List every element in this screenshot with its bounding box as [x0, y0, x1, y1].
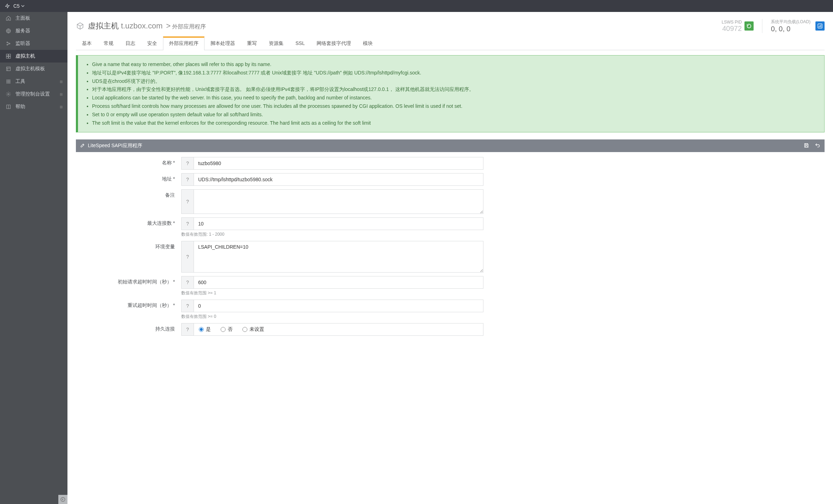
tab-10[interactable]: 模块 [357, 37, 379, 50]
help-icon-persistent[interactable]: ? [181, 323, 194, 336]
svg-point-1 [7, 42, 8, 43]
sidebar-item-4[interactable]: 虚拟主机模板 [0, 63, 67, 75]
sidebar-item-3[interactable]: 虚拟主机 [0, 50, 67, 63]
tab-3[interactable]: 安全 [141, 37, 163, 50]
sidebar-item-5[interactable]: 工具⊞ [0, 75, 67, 88]
help-line: UDS是在chroot环境下进行的。 [92, 77, 817, 86]
undo-icon [815, 143, 820, 148]
tab-4[interactable]: 外部应用程序 [163, 37, 204, 50]
chart-icon [817, 23, 823, 29]
help-line: 地址可以是IPv4套接字地址 "IP:PORT", 像192.168.1.3:7… [92, 69, 817, 77]
label-init-timeout: 初始请求超时时间（秒） * [76, 276, 181, 296]
sidebar-item-label: 监听器 [15, 40, 30, 47]
label-maxconn: 最大连接数 * [76, 217, 181, 237]
stats-button[interactable] [815, 21, 825, 31]
svg-rect-5 [9, 54, 11, 56]
lsws-pid-block: LSWS PID 40972 [722, 20, 742, 33]
sidebar-item-label: 虚拟主机模板 [15, 66, 45, 72]
tab-9[interactable]: 网络套接字代理 [311, 37, 357, 50]
sidebar-item-1[interactable]: 服务器 [0, 25, 67, 37]
sidebar-collapse-button[interactable] [58, 495, 67, 504]
tab-7[interactable]: 资源集 [263, 37, 289, 50]
panel-header: LiteSpeed SAPI应用程序 [76, 139, 825, 152]
label-retry-timeout: 重试超时时间（秒） * [76, 300, 181, 320]
arrow-left-icon [60, 497, 65, 502]
restart-button[interactable] [744, 21, 754, 31]
hint-retry-timeout: 数值有效范围 >= 0 [181, 314, 483, 320]
site-selector[interactable]: C5 [13, 3, 25, 9]
svg-rect-24 [805, 144, 807, 145]
label-address: 地址 * [76, 173, 181, 186]
tab-8[interactable]: SSL [289, 37, 311, 50]
sidebar-item-label: 帮助 [15, 104, 25, 110]
notes-input[interactable] [194, 189, 483, 214]
svg-point-14 [9, 81, 10, 82]
help-line: 对于本地应用程序，由于安全性和更好的性能，Unix域套接字是首选。 如果你必须使… [92, 85, 817, 94]
gear-icon [5, 91, 12, 97]
svg-point-15 [7, 83, 7, 83]
form-panel: LiteSpeed SAPI应用程序 名称 * ? [76, 139, 825, 344]
tab-5[interactable]: 脚本处理器 [204, 37, 241, 50]
radio-persistent-unset[interactable]: 未设置 [242, 326, 264, 333]
load-avg-block: 系统平均负载(LOAD) 0, 0, 0 [762, 19, 811, 33]
tab-1[interactable]: 常规 [98, 37, 119, 50]
cube-icon [76, 22, 84, 30]
sidebar-item-label: 管理控制台设置 [15, 91, 50, 97]
radio-persistent-yes[interactable]: 是 [199, 326, 211, 333]
sidebar-item-2[interactable]: 监听器 [0, 37, 67, 50]
main-content: 虚拟主机 t.uzbox.com >外部应用程序 LSWS PID 40972 … [67, 12, 833, 504]
svg-rect-25 [805, 146, 807, 148]
maxconn-input[interactable] [194, 217, 483, 230]
help-line: Process soft/hard limit controls how man… [92, 102, 817, 111]
expand-icon: ⊞ [60, 92, 63, 96]
save-icon [803, 143, 809, 148]
radio-persistent-no[interactable]: 否 [221, 326, 233, 333]
sidebar-item-label: 主面板 [15, 15, 30, 21]
init-timeout-input[interactable] [194, 276, 483, 289]
home-icon [5, 15, 12, 21]
sidebar: 主面板服务器监听器虚拟主机虚拟主机模板工具⊞管理控制台设置⊞帮助⊞ [0, 12, 67, 504]
panel-title: LiteSpeed SAPI应用程序 [88, 143, 142, 149]
svg-point-9 [7, 80, 7, 80]
retry-timeout-input[interactable] [194, 300, 483, 312]
help-icon-retry-timeout[interactable]: ? [181, 300, 194, 312]
svg-point-19 [61, 497, 65, 502]
address-input[interactable] [194, 173, 483, 186]
svg-point-10 [8, 80, 9, 80]
hint-maxconn: 数值有效范围: 1 - 2000 [181, 231, 483, 237]
save-button[interactable] [803, 143, 809, 149]
svg-point-2 [9, 43, 10, 44]
help-line: Local applications can be started by the… [92, 94, 817, 102]
svg-rect-7 [9, 57, 11, 58]
help-icon-address[interactable]: ? [181, 173, 194, 186]
help-icon-notes[interactable]: ? [181, 189, 194, 214]
svg-point-17 [9, 83, 10, 83]
tab-2[interactable]: 日志 [119, 37, 141, 50]
svg-rect-4 [6, 54, 8, 56]
tabs: 基本常规日志安全外部应用程序脚本处理器重写资源集SSL网络套接字代理模块 [76, 37, 825, 50]
name-input[interactable] [194, 157, 483, 170]
help-icon-init-timeout[interactable]: ? [181, 276, 194, 289]
svg-point-12 [7, 81, 7, 82]
help-icon-env[interactable]: ? [181, 241, 194, 273]
svg-rect-22 [820, 25, 820, 27]
book-icon [5, 104, 12, 110]
sidebar-item-7[interactable]: 帮助⊞ [0, 100, 67, 113]
help-icon-name[interactable]: ? [181, 157, 194, 170]
tab-6[interactable]: 重写 [241, 37, 263, 50]
sidebar-item-6[interactable]: 管理控制台设置⊞ [0, 88, 67, 100]
expand-icon: ⊞ [60, 105, 63, 109]
sidebar-item-label: 虚拟主机 [15, 53, 35, 59]
link-icon [5, 41, 12, 46]
svg-rect-21 [819, 26, 819, 27]
label-persistent: 持久连接 [76, 323, 181, 336]
edit-icon [80, 143, 85, 149]
help-icon-maxconn[interactable]: ? [181, 217, 194, 230]
env-input[interactable]: LSAPI_CHILDREN=10 [194, 241, 483, 273]
back-button[interactable] [815, 143, 820, 149]
help-box: Give a name that easy to remember, other… [76, 55, 825, 132]
boxes-icon [5, 53, 12, 59]
page-header: 虚拟主机 t.uzbox.com >外部应用程序 LSWS PID 40972 … [76, 19, 825, 33]
sidebar-item-0[interactable]: 主面板 [0, 12, 67, 25]
tab-0[interactable]: 基本 [76, 37, 98, 50]
